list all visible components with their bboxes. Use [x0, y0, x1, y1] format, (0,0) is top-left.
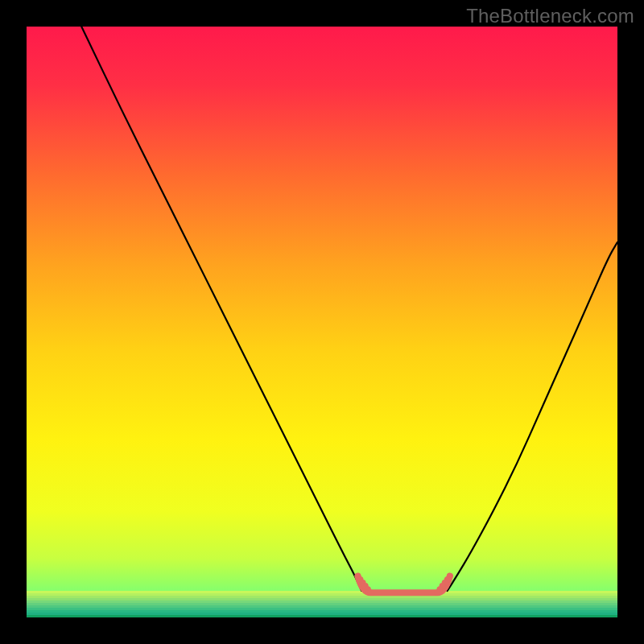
watermark-text: TheBottleneck.com — [466, 5, 634, 27]
green-stripe — [27, 615, 617, 617]
bottleneck-curve-chart — [27, 27, 617, 617]
gradient-background — [27, 27, 617, 617]
bead — [434, 589, 440, 596]
plot-area — [27, 27, 617, 617]
bead — [367, 589, 374, 596]
chart-frame: TheBottleneck.com — [0, 0, 644, 644]
